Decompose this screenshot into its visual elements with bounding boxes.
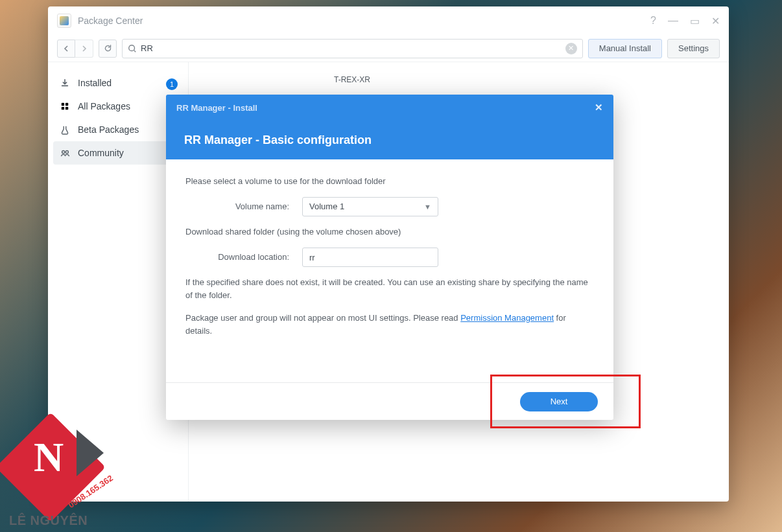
community-icon	[60, 148, 70, 158]
titlebar: Package Center ? — ▭ ✕	[48, 6, 729, 35]
search-input[interactable]	[141, 43, 565, 53]
modal-permission-note: Package user and group will not appear o…	[185, 312, 594, 338]
logo-letter: N	[34, 434, 64, 481]
manual-install-button[interactable]: Manual Install	[588, 39, 662, 58]
bg-package-title: T-REX-XR	[334, 75, 713, 84]
volume-select[interactable]: Volume 1 ▼	[302, 197, 438, 216]
help-icon[interactable]: ?	[650, 15, 656, 27]
app-icon	[57, 14, 71, 28]
beta-icon	[60, 124, 70, 135]
maximize-icon[interactable]: ▭	[690, 15, 700, 27]
sidebar-item-community[interactable]: Community	[53, 141, 183, 165]
clear-search-button[interactable]: ✕	[565, 43, 577, 54]
svg-rect-2	[65, 103, 68, 106]
minimize-icon[interactable]: —	[668, 15, 678, 27]
toolbar: ✕ Manual Install Settings	[48, 35, 729, 62]
volume-label: Volume name:	[185, 200, 302, 213]
location-label: Download location:	[185, 251, 302, 264]
search-field[interactable]: ✕	[122, 39, 583, 58]
location-input[interactable]	[302, 248, 438, 267]
back-button[interactable]	[57, 40, 75, 58]
window-controls: ? — ▭ ✕	[650, 15, 720, 27]
modal-header-text: RR Manager - Install	[176, 103, 257, 113]
modal-header: RR Manager - Install ✕	[166, 95, 613, 121]
sidebar-item-label: Installed	[78, 78, 112, 88]
svg-point-6	[65, 150, 68, 153]
permission-link[interactable]: Permission Management	[460, 313, 554, 323]
logo-triangle	[77, 430, 104, 476]
modal-footer: Next	[166, 382, 613, 420]
search-icon	[128, 44, 137, 53]
grid-icon	[60, 101, 70, 111]
modal-close-button[interactable]: ✕	[595, 102, 603, 113]
sidebar-item-label: All Packages	[78, 101, 130, 111]
location-row: Download location:	[185, 248, 594, 267]
svg-point-5	[62, 150, 64, 153]
modal-instruction-2: Download shared folder (using the volume…	[185, 226, 594, 238]
forward-button[interactable]	[75, 40, 93, 58]
sidebar-item-label: Beta Packages	[78, 124, 139, 135]
chevron-left-icon	[63, 45, 69, 52]
sidebar-item-installed[interactable]: Installed 1	[48, 71, 188, 95]
volume-value: Volume 1	[309, 200, 344, 213]
installed-badge: 1	[166, 78, 178, 90]
modal-instruction-1: Please select a volume to use for the do…	[185, 175, 594, 188]
download-icon	[60, 78, 70, 88]
install-modal: RR Manager - Install ✕ RR Manager - Basi…	[166, 95, 613, 420]
svg-rect-1	[62, 103, 64, 106]
chevron-down-icon: ▼	[424, 202, 431, 213]
sidebar-item-label: Community	[78, 148, 124, 158]
nav-buttons	[57, 40, 93, 58]
close-icon[interactable]: ✕	[711, 15, 720, 27]
reload-icon	[104, 44, 112, 52]
settings-button[interactable]: Settings	[667, 39, 720, 58]
next-button[interactable]: Next	[520, 392, 598, 411]
perm-text-a: Package user and group will not appear o…	[185, 313, 460, 323]
reload-button[interactable]	[99, 40, 117, 58]
watermark-logo: N 0908.165.362 LÊ NGUYÊN	[0, 396, 136, 532]
window-title: Package Center	[78, 16, 143, 26]
modal-title: RR Manager - Basic configuration	[166, 121, 613, 159]
watermark-brand: LÊ NGUYÊN	[9, 513, 88, 528]
svg-rect-4	[65, 107, 68, 110]
volume-row: Volume name: Volume 1 ▼	[185, 197, 594, 216]
svg-rect-3	[62, 107, 64, 110]
svg-point-0	[129, 45, 135, 51]
modal-body: Please select a volume to use for the do…	[166, 159, 613, 362]
modal-instruction-3: If the specified share does not exist, i…	[185, 276, 594, 302]
chevron-right-icon	[81, 45, 88, 52]
